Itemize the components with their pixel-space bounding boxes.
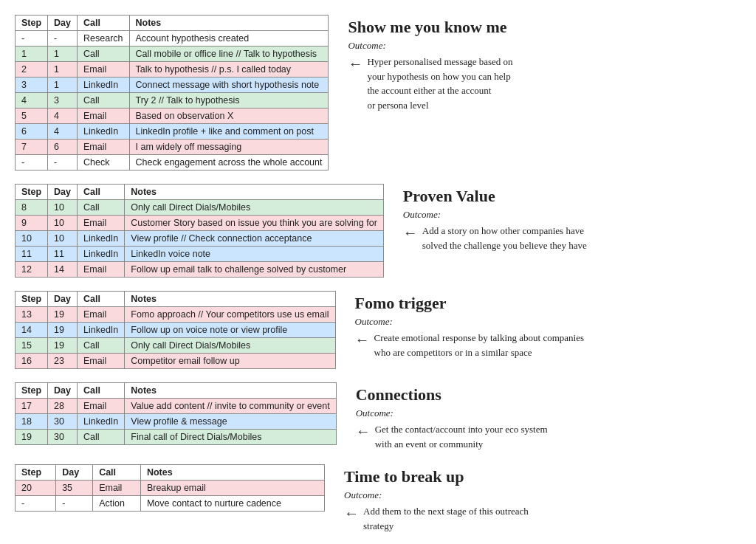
table-header-cell: Day — [48, 16, 78, 31]
cell-call: LinkedIn — [78, 247, 125, 262]
section-outcome-label: Outcome: — [355, 316, 742, 328]
table-wrap-0: StepDayCallNotes--ResearchAccount hypoth… — [15, 15, 329, 171]
cell-notes: Account hypothesis created — [129, 31, 329, 47]
cell-call: Email — [78, 307, 125, 323]
arrow-icon: ← — [348, 55, 362, 72]
cell-notes: Move contact to nurture cadence — [140, 496, 324, 512]
section-row-4: StepDayCallNotes2035EmailBreakup email--… — [15, 464, 741, 533]
cell-day: 4 — [48, 109, 78, 124]
cell-day: 30 — [48, 414, 78, 430]
arrow-icon: ← — [403, 224, 418, 241]
cell-call: Email — [78, 62, 130, 78]
arrow-icon: ← — [356, 422, 371, 440]
cell-day: 19 — [48, 338, 78, 354]
cell-day: 3 — [48, 93, 78, 109]
cell-step: - — [16, 496, 56, 512]
cell-call: Email — [78, 140, 130, 155]
table-header-cell: Call — [78, 383, 125, 399]
table-header-cell: Day — [48, 185, 78, 200]
arrow-icon: ← — [355, 331, 370, 348]
table-header-cell: Step — [16, 292, 48, 307]
section-row-0: StepDayCallNotes--ResearchAccount hypoth… — [15, 15, 741, 171]
cell-call: Action — [93, 496, 141, 512]
section-title: Connections — [356, 385, 741, 404]
cell-notes: Follow up email talk to challenge solved… — [125, 262, 384, 278]
cell-call: Email — [78, 262, 125, 278]
cell-notes: View profile // Check connection accepta… — [125, 231, 384, 247]
section-info-1: Proven ValueOutcome:←Add a story on how … — [396, 184, 741, 252]
cell-notes: Final call of Direct Dials/Mobiles — [125, 430, 336, 445]
cell-notes: Only call Direct Dials/Mobiles — [125, 338, 335, 354]
cell-call: LinkedIn — [78, 323, 125, 338]
cell-day: 1 — [48, 62, 78, 78]
page-layout: StepDayCallNotes--ResearchAccount hypoth… — [15, 15, 741, 533]
table-row: 31LinkedInConnect message with short hyp… — [16, 78, 329, 93]
cell-day: 19 — [48, 323, 78, 338]
table-row: 1010LinkedInView profile // Check connec… — [16, 231, 384, 247]
cell-step: 3 — [16, 78, 48, 93]
cell-day: 1 — [48, 47, 78, 62]
table-row: --ActionMove contact to nurture cadence — [16, 496, 325, 512]
table-row: 11CallCall mobile or office line // Talk… — [16, 47, 329, 62]
section-description: Add them to the next stage of this outre… — [363, 504, 529, 533]
table-header-cell: Call — [93, 465, 141, 481]
table-row: 54EmailBased on observation X — [16, 109, 329, 124]
cell-notes: Customer Story based on issue you think … — [125, 216, 384, 231]
cell-step: 12 — [16, 262, 48, 278]
section-description: Get the contact/account into your eco sy… — [375, 422, 548, 451]
cell-call: Email — [78, 354, 125, 369]
arrow-icon: ← — [344, 504, 359, 522]
cell-step: 17 — [16, 399, 48, 414]
table-row: 810CallOnly call Direct Dials/Mobiles — [16, 200, 384, 216]
table-row: 2035EmailBreakup email — [16, 481, 325, 496]
cell-notes: Check engagement across the whole accoun… — [129, 155, 329, 171]
cell-day: 14 — [48, 262, 78, 278]
cell-call: Call — [78, 338, 125, 354]
cell-day: 11 — [48, 247, 78, 262]
cell-notes: View profile & message — [125, 414, 336, 430]
section-title: Proven Value — [403, 187, 741, 206]
cell-step: 16 — [16, 354, 48, 369]
cell-day: 30 — [48, 430, 78, 445]
cell-notes: Value add content // invite to community… — [125, 399, 336, 414]
cell-day: 6 — [48, 140, 78, 155]
cell-call: Email — [78, 216, 125, 231]
table-header-cell: Step — [16, 465, 56, 481]
cell-day: 10 — [48, 200, 78, 216]
cell-call: LinkedIn — [78, 414, 125, 430]
table-wrap-3: StepDayCallNotes1728EmailValue add conte… — [15, 382, 337, 445]
table-row: 76EmailI am widely off messaging — [16, 140, 329, 155]
section-row-2: StepDayCallNotes1319EmailFomo approach /… — [15, 291, 741, 369]
section-row-1: StepDayCallNotes810CallOnly call Direct … — [15, 184, 741, 278]
cell-day: - — [56, 496, 93, 512]
cell-step: - — [16, 31, 48, 47]
cell-notes: Follow up on voice note or view profile — [125, 323, 335, 338]
cell-notes: Talk to hypothesis // p.s. I called toda… — [129, 62, 329, 78]
cell-step: 11 — [16, 247, 48, 262]
table-header-cell: Notes — [125, 383, 336, 399]
table-header-cell: Step — [16, 16, 48, 31]
section-info-3: ConnectionsOutcome:←Get the contact/acco… — [348, 382, 741, 451]
table-wrap-4: StepDayCallNotes2035EmailBreakup email--… — [15, 464, 325, 512]
section-title: Time to break up — [344, 467, 741, 486]
cell-call: Research — [78, 31, 130, 47]
table-row: 1419LinkedInFollow up on voice note or v… — [16, 323, 336, 338]
section-description: Add a story on how other companies have … — [422, 224, 587, 252]
cell-day: 10 — [48, 231, 78, 247]
section-title: Show me you know me — [348, 18, 741, 37]
cell-step: 6 — [16, 124, 48, 140]
table-header-cell: Notes — [125, 185, 384, 200]
table-row: --CheckCheck engagement across the whole… — [16, 155, 329, 171]
cell-notes: Connect message with short hypothesis no… — [129, 78, 329, 93]
table-wrap-1: StepDayCallNotes810CallOnly call Direct … — [15, 184, 384, 278]
cell-step: - — [16, 155, 48, 171]
cell-notes: I am widely off messaging — [129, 140, 329, 155]
table-header-cell: Call — [78, 292, 125, 307]
table-header-cell: Day — [48, 292, 78, 307]
table-4: StepDayCallNotes2035EmailBreakup email--… — [15, 464, 325, 512]
cell-call: LinkedIn — [78, 231, 125, 247]
section-description: Create emotional response by talking abo… — [374, 331, 584, 359]
table-row: 1623EmailCompetitor email follow up — [16, 354, 336, 369]
table-header-cell: Step — [16, 383, 48, 399]
cell-day: - — [48, 155, 78, 171]
